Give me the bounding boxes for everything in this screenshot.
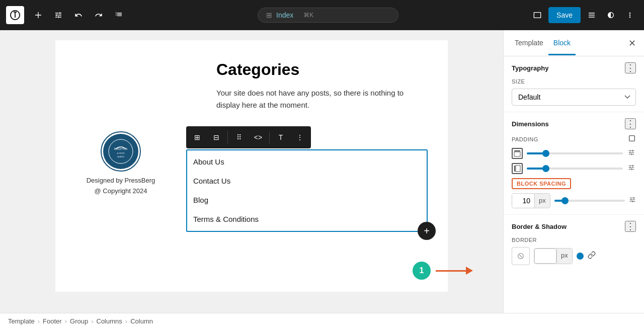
block-spacing-unit: px: [534, 194, 550, 208]
annotation-container: 1: [413, 262, 473, 280]
padding-linked-button[interactable]: [628, 134, 636, 144]
wp-logo: [6, 6, 24, 24]
padding-label: PADDING: [512, 134, 636, 144]
block-spacing-slider[interactable]: [554, 200, 625, 202]
breadcrumb-column[interactable]: Column: [130, 317, 153, 325]
categories-title: Categories: [216, 60, 299, 79]
footer-logo: BRIGHTON & HOVE ALBION: [101, 131, 141, 172]
dimensions-title: Dimensions: [512, 120, 549, 128]
footer-logo-area: BRIGHTON & HOVE ALBION Designed by Press…: [75, 131, 166, 197]
toggle-sidebar-button[interactable]: [584, 7, 600, 23]
url-bar[interactable]: ⊞ Index ⌘K: [258, 8, 398, 23]
main-area: Categories Your site does not have any p…: [0, 30, 644, 313]
more-block-options[interactable]: ⋮: [291, 128, 309, 146]
tools-button[interactable]: [50, 7, 66, 23]
preview-button[interactable]: [529, 7, 545, 23]
undo-button[interactable]: [70, 7, 87, 23]
text-align-button[interactable]: T: [272, 128, 290, 146]
drag-handle[interactable]: ⠿: [230, 128, 248, 146]
size-label: SIZE: [512, 78, 636, 85]
layout-full-button[interactable]: ⊞: [188, 128, 206, 146]
typography-options-button[interactable]: ⋮: [625, 62, 636, 73]
svg-line-13: [519, 255, 522, 257]
toolbar-divider-2: [269, 131, 270, 143]
svg-text:& HOVE: & HOVE: [117, 152, 124, 154]
block-toolbar: ⊞ ⊟ ⠿ <> T ⋮: [186, 126, 311, 148]
svg-rect-8: [514, 150, 520, 151]
border-width-group: px: [534, 248, 573, 264]
block-spacing-row: px: [512, 193, 636, 208]
nav-item-blog[interactable]: Blog: [189, 191, 425, 210]
canvas: Categories Your site does not have any p…: [0, 30, 503, 313]
breadcrumb: Template › Footer › Group › Columns › Co…: [0, 313, 644, 329]
layout-half-button[interactable]: ⊟: [207, 128, 225, 146]
svg-rect-11: [516, 166, 520, 172]
padding-row-side: [512, 163, 636, 174]
dimensions-header: Dimensions ⋮: [512, 118, 636, 129]
toggle-mode-button[interactable]: [603, 7, 619, 23]
padding-top-options[interactable]: [627, 148, 636, 159]
border-color-dot[interactable]: [577, 253, 584, 260]
padding-side-slider[interactable]: [527, 168, 623, 170]
footer-credit: Designed by PressBerg @ Copyright 2024: [87, 176, 155, 197]
breadcrumb-sep-3: ›: [91, 317, 93, 325]
code-view-button[interactable]: <>: [249, 128, 267, 146]
block-spacing-label: BLOCK SPACING: [512, 178, 571, 189]
sidebar-close-button[interactable]: ✕: [626, 36, 638, 51]
add-nav-item-button[interactable]: +: [418, 222, 436, 240]
footer-logo-inner: BRIGHTON & HOVE ALBION: [103, 134, 138, 169]
border-shadow-options-button[interactable]: ⋮: [625, 221, 636, 232]
breadcrumb-sep-4: ›: [125, 317, 127, 325]
add-block-button[interactable]: [30, 7, 46, 23]
padding-top-slider[interactable]: [527, 152, 623, 154]
url-shortcut: ⌘K: [303, 12, 313, 19]
top-toolbar: ⊞ Index ⌘K Save: [0, 0, 644, 30]
save-button[interactable]: Save: [548, 7, 581, 23]
tab-template[interactable]: Template: [510, 32, 548, 55]
border-link-button[interactable]: [588, 251, 596, 262]
redo-button[interactable]: [91, 7, 107, 23]
annotation-arrow: [436, 267, 473, 275]
dimensions-options-button[interactable]: ⋮: [625, 118, 636, 129]
block-spacing-input[interactable]: [512, 194, 534, 208]
layout-icon: ⊞: [266, 11, 272, 19]
svg-rect-6: [629, 136, 629, 141]
size-select[interactable]: Default: [512, 89, 636, 106]
breadcrumb-group[interactable]: Group: [70, 317, 88, 325]
size-select-wrapper: Default: [512, 89, 636, 106]
nav-item-about[interactable]: About Us: [189, 152, 425, 172]
nav-item-terms[interactable]: Terms & Conditions: [189, 210, 425, 229]
annotation-bubble: 1: [413, 262, 431, 280]
border-width-input[interactable]: [534, 249, 556, 264]
padding-side-options[interactable]: [627, 163, 636, 174]
border-shadow-header: Border & Shadow ⋮: [512, 221, 636, 232]
breadcrumb-columns[interactable]: Columns: [97, 317, 122, 325]
breadcrumb-template[interactable]: Template: [8, 317, 35, 325]
breadcrumb-footer[interactable]: Footer: [43, 317, 62, 325]
sidebar-tabs: Template Block ✕: [504, 30, 644, 56]
sidebar: Template Block ✕ Typography ⋮ SIZE Defau…: [503, 30, 644, 313]
block-spacing-header: BLOCK SPACING: [512, 178, 636, 189]
border-row: px: [512, 247, 636, 265]
svg-rect-9: [514, 152, 520, 156]
tab-block[interactable]: Block: [548, 32, 576, 55]
typography-section: Typography ⋮ SIZE Default: [504, 56, 644, 112]
more-options-button[interactable]: [622, 7, 638, 23]
padding-side-icon: [512, 163, 523, 174]
svg-text:ALBION: ALBION: [118, 156, 124, 158]
nav-item-contact[interactable]: Contact Us: [189, 172, 425, 191]
svg-point-0: [109, 139, 133, 163]
block-spacing-options[interactable]: [629, 196, 636, 205]
padding-row-top: [512, 148, 636, 159]
typography-header: Typography ⋮: [512, 62, 636, 73]
breadcrumb-sep-1: ›: [38, 317, 40, 325]
border-shadow-title: Border & Shadow: [512, 223, 567, 230]
arrow-head: [466, 267, 473, 275]
toolbar-divider: [227, 131, 228, 143]
list-view-button[interactable]: [111, 7, 127, 23]
border-unit: px: [556, 249, 572, 264]
border-label: BORDER: [512, 237, 636, 243]
border-style-button[interactable]: [512, 247, 530, 265]
svg-rect-4: [629, 135, 635, 136]
breadcrumb-sep-2: ›: [65, 317, 67, 325]
